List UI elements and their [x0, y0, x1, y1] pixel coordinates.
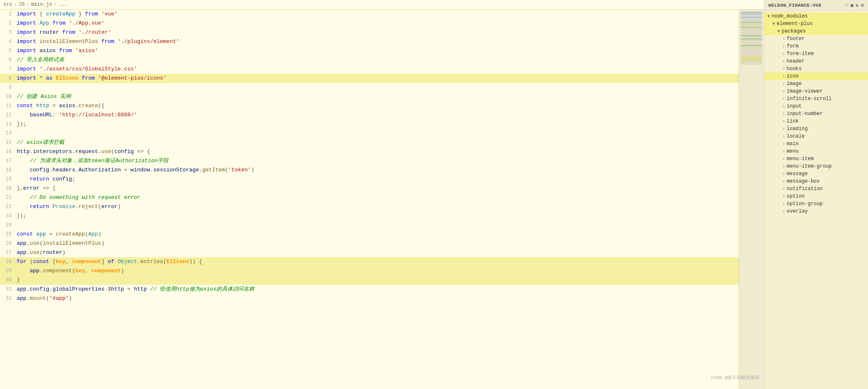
tree-arrow-icon: ›	[782, 104, 785, 109]
tree-arrow-icon: ›	[782, 74, 785, 79]
tree-item-label: image	[787, 81, 802, 87]
line-number: 2	[0, 19, 17, 28]
line-content: app.config.globalProperties.$http = http…	[17, 285, 739, 294]
sidebar-item-image[interactable]: › image	[764, 80, 868, 88]
tree-arrow-icon: ›	[782, 59, 785, 64]
line-content: app.component(key, component)	[17, 266, 739, 276]
sidebar-item-footer[interactable]: › footer	[764, 35, 868, 43]
line-content: const http = axios.create({	[17, 101, 739, 110]
line-number: 28	[0, 257, 17, 266]
tree-arrow-icon: ›	[782, 82, 785, 86]
line-content: import { createApp } from 'vue'	[17, 10, 739, 19]
tree-item-label: notification	[787, 186, 823, 192]
line-content: // 导入全局样式表	[17, 55, 739, 65]
tree-arrow-icon: ›	[782, 142, 785, 146]
code-line-24: 24	[0, 221, 739, 230]
sidebar-item-packages[interactable]: ▼ packages	[764, 28, 868, 35]
sidebar-item-locale[interactable]: › locale	[764, 133, 868, 140]
line-content: // axiox请求拦截	[17, 138, 739, 147]
line-content: import * as ElIcons from '@element-plus/…	[17, 74, 739, 83]
refresh-icon[interactable]: ↻	[856, 3, 859, 8]
code-line-27: 27app.use(router)	[0, 248, 739, 257]
tree-arrow-icon: ›	[782, 89, 785, 94]
line-number: 30	[0, 276, 17, 285]
minimap	[739, 10, 764, 389]
code-line-16: 16http.interceptors.request.use(config =…	[0, 147, 739, 156]
sidebar-item-loading[interactable]: › loading	[764, 125, 868, 133]
collapse-icon[interactable]: ⊙	[861, 3, 864, 8]
line-content: app.use(router)	[17, 248, 739, 257]
line-content: import './assets/css/GlobalStyle.css'	[17, 65, 739, 74]
tree-arrow-icon: ›	[782, 52, 785, 56]
sidebar-item-hooks[interactable]: › hooks	[764, 65, 868, 73]
line-number: 4	[0, 37, 17, 46]
breadcrumb-src[interactable]: src	[3, 2, 13, 8]
sidebar-item-form[interactable]: › form	[764, 43, 868, 50]
new-folder-icon[interactable]: ▣	[850, 3, 853, 8]
sidebar-item-menu-item-group[interactable]: › menu-item-group	[764, 163, 868, 170]
line-content: import router from './router'	[17, 28, 739, 37]
sidebar-item-infinite-scroll[interactable]: › infinite-scroll	[764, 95, 868, 103]
sidebar-item-image-viewer[interactable]: › image-viewer	[764, 88, 868, 95]
sidebar-item-link[interactable]: › link	[764, 118, 868, 125]
sidebar-item-input-number[interactable]: › input-number	[764, 110, 868, 118]
tree-item-label: overlay	[787, 208, 808, 214]
tree-item-label: message	[787, 171, 808, 177]
breadcrumb: src › JS › main.js › ...	[0, 0, 764, 10]
breadcrumb-file[interactable]: main.js	[31, 2, 52, 8]
line-number: 3	[0, 28, 17, 37]
code-line-7: 7import './assets/css/GlobalStyle.css'	[0, 65, 739, 74]
tree-item-label: input-number	[787, 111, 823, 117]
sidebar-item-main[interactable]: › main	[764, 140, 868, 148]
code-line-22: 22 return Promise.reject(error)	[0, 202, 739, 211]
tree-item-label: image-viewer	[787, 88, 823, 94]
code-line-1: 1import { createApp } from 'vue'	[0, 10, 739, 19]
line-number: 29	[0, 266, 17, 276]
sidebar-tree: ▼ node_modules▼ element-plus▼ packages› …	[764, 11, 868, 389]
line-number: 15	[0, 138, 17, 147]
sidebar-item-message[interactable]: › message	[764, 170, 868, 178]
sidebar-item-element-plus[interactable]: ▼ element-plus	[764, 20, 868, 28]
tree-arrow-icon: ›	[782, 157, 785, 161]
breadcrumb-js[interactable]: JS	[19, 2, 25, 8]
code-line-11: 11const http = axios.create({	[0, 101, 739, 110]
code-line-14: 14	[0, 129, 739, 138]
sidebar-item-overlay[interactable]: › overlay	[764, 208, 868, 215]
sidebar-item-node-modules[interactable]: ▼ node_modules	[764, 13, 868, 20]
new-file-icon[interactable]: □	[845, 3, 848, 8]
sidebar: WELDON_FINANCE-VUE □ ▣ ↻ ⊙ ▼ node_module…	[764, 0, 868, 389]
sidebar-item-message-box[interactable]: › message-box	[764, 178, 868, 185]
line-number: 19	[0, 175, 17, 184]
line-number: 14	[0, 129, 17, 138]
sidebar-item-option-group[interactable]: › option-group	[764, 200, 868, 208]
sidebar-item-header[interactable]: › header	[764, 58, 868, 65]
code-line-6: 6// 导入全局样式表	[0, 55, 739, 65]
code-line-15: 15// axiox请求拦截	[0, 138, 739, 147]
line-number: 26	[0, 239, 17, 248]
sidebar-item-icon[interactable]: › icon	[764, 73, 868, 80]
line-content: }	[17, 276, 739, 285]
code-line-13: 13});	[0, 120, 739, 129]
sidebar-item-form-item[interactable]: › form-item	[764, 50, 868, 58]
sidebar-item-input[interactable]: › input	[764, 103, 868, 110]
code-line-25: 25const app = createApp(App)	[0, 230, 739, 239]
code-line-4: 4import installElementPlus from './plugi…	[0, 37, 739, 46]
sidebar-item-notification[interactable]: › notification	[764, 185, 868, 193]
tree-arrow-icon: ›	[782, 67, 785, 71]
line-content: // Do something with request error	[17, 193, 739, 202]
sidebar-icon-group: □ ▣ ↻ ⊙	[845, 3, 864, 8]
sidebar-item-option[interactable]: › option	[764, 193, 868, 200]
sidebar-item-menu[interactable]: › menu	[764, 148, 868, 155]
line-content: config.headers.Authorization = window.se…	[17, 166, 739, 175]
tree-arrow-icon: ▼	[772, 22, 775, 26]
line-number: 13	[0, 120, 17, 129]
tree-item-label: header	[787, 58, 805, 64]
sidebar-item-menu-item[interactable]: › menu-item	[764, 155, 868, 163]
tree-item-label: menu-item	[787, 156, 814, 162]
tree-arrow-icon: ›	[782, 97, 785, 101]
code-line-26: 26app.use(installElementPlus)	[0, 239, 739, 248]
tree-item-label: form-item	[787, 51, 814, 57]
code-line-10: 10// 创建 Axios 实例	[0, 92, 739, 101]
tree-item-label: infinite-scroll	[787, 96, 832, 102]
tree-item-label: form	[787, 43, 799, 49]
